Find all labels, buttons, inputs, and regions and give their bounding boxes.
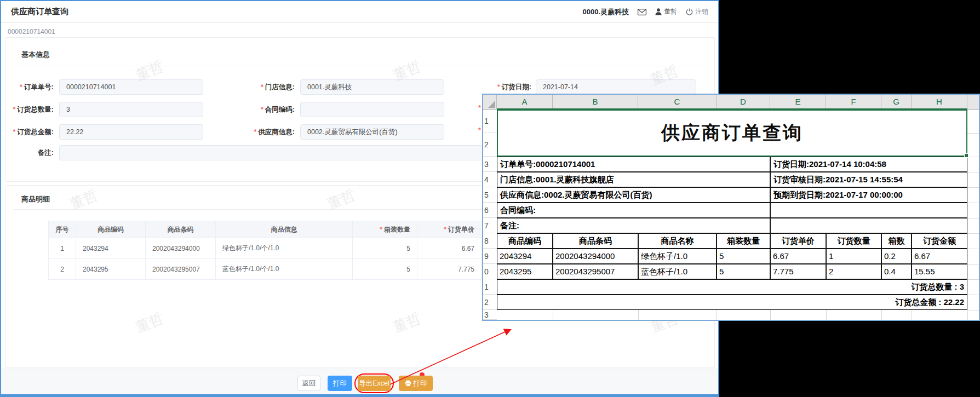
gridline: [770, 310, 771, 320]
gridline: [967, 133, 979, 134]
contract-input[interactable]: [300, 102, 444, 117]
page-title: 供应商订单查询: [11, 7, 68, 17]
excel-data-cell[interactable]: 5: [717, 264, 770, 279]
excel-data-cell[interactable]: 绿色杯子/1.0: [638, 249, 717, 264]
excel-table-header-cell[interactable]: 商品名称: [638, 233, 717, 249]
excel-column-header-E[interactable]: E: [770, 95, 826, 109]
logout-label: 注销: [695, 7, 708, 16]
excel-row-number[interactable]: 7: [483, 218, 497, 233]
excel-table-header-cell[interactable]: 箱装数量: [717, 233, 770, 249]
excel-data-cell[interactable]: 6.67: [770, 249, 826, 264]
table-header-row: 序号商品编码商品条码商品信息*箱装数量*订货单价: [49, 221, 482, 238]
excel-row-number[interactable]: 6: [483, 203, 497, 218]
order-date-input[interactable]: [536, 79, 696, 95]
export-excel-button[interactable]: 导出Excel: [358, 376, 391, 391]
excel-total-cell[interactable]: 订货总金额 : 22.22: [497, 295, 967, 310]
excel-row-number[interactable]: 8: [483, 233, 497, 249]
user-name: 董哲: [664, 7, 677, 16]
field-label: *供应商信息:: [195, 124, 295, 140]
excel-row-number[interactable]: 1: [483, 279, 497, 295]
logout-button[interactable]: 注销: [686, 7, 708, 16]
excel-info-cell[interactable]: 预期到货日期:2021-07-17 00:00:00: [770, 187, 967, 203]
excel-data-cell[interactable]: 蓝色杯子/1.0: [638, 264, 717, 279]
excel-column-header-G[interactable]: G: [881, 95, 912, 109]
table-cell: 2: [49, 259, 76, 280]
excel-info-cell[interactable]: 备注:: [497, 218, 770, 233]
excel-row-number[interactable]: 2: [483, 295, 497, 310]
excel-data-cell[interactable]: 15.55: [912, 264, 967, 279]
excel-column-header-B[interactable]: B: [553, 95, 638, 109]
excel-row-number[interactable]: 0: [483, 264, 497, 279]
column-header: 商品信息: [216, 221, 353, 238]
excel-info-cell[interactable]: 门店信息:0001.灵蕨科技旗舰店: [497, 172, 770, 187]
print-button[interactable]: 打印: [328, 376, 352, 391]
excel-table-header-cell[interactable]: 订货单价: [770, 233, 826, 249]
excel-column-header-D[interactable]: D: [717, 95, 770, 109]
excel-info-cell[interactable]: [770, 203, 967, 218]
excel-table-header-cell[interactable]: 订货数量: [826, 233, 881, 249]
column-header: 商品条码: [146, 221, 216, 238]
excel-data-cell[interactable]: 5: [717, 249, 770, 264]
excel-info-cell[interactable]: 订货日期:2021-07-14 10:04:58: [770, 157, 967, 172]
print-warning-button[interactable]: 打印: [399, 376, 433, 391]
excel-data-cell[interactable]: 7.775: [770, 264, 826, 279]
gridline: [826, 310, 827, 320]
table-cell: 2043295: [76, 259, 146, 280]
excel-row-number[interactable]: 3: [483, 310, 497, 320]
excel-column-header-C[interactable]: C: [638, 95, 717, 109]
excel-column-header-F[interactable]: F: [826, 95, 881, 109]
gridline: [717, 310, 717, 320]
total-qty-input[interactable]: [59, 102, 203, 117]
gridline: [553, 310, 553, 320]
excel-row-number[interactable]: 9: [483, 249, 497, 264]
back-button[interactable]: 返回: [297, 376, 320, 391]
excel-row-number[interactable]: 1: [483, 110, 497, 133]
excel-report-title-cell[interactable]: 供应商订单查询: [497, 110, 967, 157]
excel-info-cell[interactable]: 供应商信息:0002.灵蕨贸易有限公司(百货): [497, 187, 770, 203]
excel-data-cell[interactable]: 2043295: [497, 264, 553, 279]
detail-section-title: 商品明细: [21, 194, 50, 204]
supplier-input[interactable]: [300, 124, 444, 140]
footer-bar: 返回打印导出Excel打印: [1, 369, 718, 395]
excel-column-header-A[interactable]: A: [497, 95, 553, 109]
excel-row-number[interactable]: 4: [483, 172, 497, 187]
excel-info-cell[interactable]: 订单单号:0000210714001: [497, 157, 770, 172]
column-header: *订货单价: [417, 221, 482, 238]
excel-data-cell[interactable]: 2043294: [497, 249, 553, 264]
total-amount-input[interactable]: [59, 124, 203, 140]
excel-row-number[interactable]: 2: [483, 133, 497, 157]
mail-icon[interactable]: [638, 9, 646, 15]
table-cell: 2002043295007: [146, 259, 216, 280]
excel-data-cell[interactable]: 6.67: [912, 249, 967, 264]
gridline: [967, 249, 979, 249]
store-input[interactable]: [300, 79, 444, 95]
excel-info-cell[interactable]: 订货审核日期:2021-07-15 14:55:54: [770, 172, 967, 187]
user-menu[interactable]: 董哲: [655, 7, 677, 16]
field-label: *订单单号:: [9, 79, 54, 95]
gridline: [967, 218, 979, 218]
column-header: *箱装数量: [353, 221, 417, 238]
excel-data-cell[interactable]: 0.4: [881, 264, 912, 279]
excel-data-cell[interactable]: 2: [826, 264, 881, 279]
excel-data-cell[interactable]: 2002043294000: [553, 249, 638, 264]
excel-table-header-cell[interactable]: 箱数: [881, 233, 912, 249]
excel-total-cell[interactable]: 订货总数量 : 3: [497, 279, 967, 295]
excel-row-number[interactable]: 3: [483, 157, 497, 172]
excel-data-cell[interactable]: 0.2: [881, 249, 912, 264]
selection-fill-handle: [964, 153, 968, 158]
excel-info-cell[interactable]: [770, 218, 967, 233]
excel-table-header-cell[interactable]: 订货金额: [912, 233, 967, 249]
order-no-input[interactable]: [59, 79, 203, 95]
excel-table-header-cell[interactable]: 商品编码: [497, 233, 553, 249]
excel-data-cell[interactable]: 2002043295007: [553, 264, 638, 279]
excel-row-number[interactable]: 5: [483, 187, 497, 203]
excel-table-header-cell[interactable]: 商品条码: [553, 233, 638, 249]
excel-column-header-H[interactable]: H: [912, 95, 967, 109]
select-all-corner[interactable]: [483, 95, 497, 109]
excel-data-cell[interactable]: 1: [826, 249, 881, 264]
gridline: [967, 310, 968, 320]
excel-info-cell[interactable]: 合同编码:: [497, 203, 770, 218]
excel-column-header-strip: ABCDEFGH: [483, 95, 979, 110]
screenshot-canvas: 供应商订单查询 0000.灵蕨科技 董哲: [0, 0, 980, 397]
excel-column-header-sliver: [967, 95, 979, 109]
